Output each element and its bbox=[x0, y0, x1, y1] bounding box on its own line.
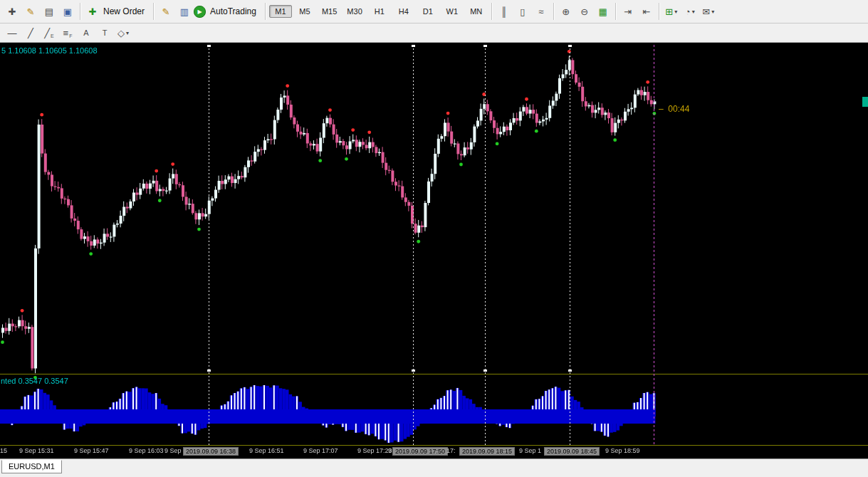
chevron-down-icon: ▾ bbox=[674, 9, 677, 15]
channel-glyph: ╱ bbox=[44, 28, 50, 38]
brush-icon[interactable]: ✎ bbox=[21, 3, 40, 20]
options-icon[interactable]: ▥ bbox=[175, 3, 194, 20]
navigator-icon[interactable]: ▣ bbox=[58, 3, 77, 20]
periods-dropdown[interactable]: ◔ ▾ bbox=[681, 3, 699, 20]
chevron-down-icon: ▾ bbox=[711, 9, 714, 15]
time-axis-label: 15 bbox=[0, 447, 7, 454]
timeframe-button-d1[interactable]: D1 bbox=[417, 5, 439, 18]
fibo-glyph: ≡ bbox=[63, 28, 69, 38]
time-axis-label: 17: bbox=[446, 447, 456, 454]
timeframe-group: M1M5M15M30H1H4D1W1MN bbox=[268, 5, 488, 18]
timeframe-button-w1[interactable]: W1 bbox=[441, 5, 464, 18]
line-chart-icon[interactable]: ≈ bbox=[532, 3, 550, 20]
chevron-down-icon: ▾ bbox=[692, 9, 695, 15]
timeframe-button-h4[interactable]: H4 bbox=[392, 5, 415, 18]
auto-scroll-icon[interactable]: ⇥ bbox=[619, 3, 637, 20]
price-chart-canvas[interactable] bbox=[0, 43, 868, 458]
toolbar-separator bbox=[80, 3, 80, 20]
timeframe-button-h1[interactable]: H1 bbox=[368, 5, 391, 18]
main-toolbar: ✚ ✎ ▤ ▣ ✚ New Order ✎ ▥ ▶ AutoTrading M1… bbox=[0, 0, 868, 23]
tab-eurusd-m1[interactable]: EURUSD,M1 bbox=[1, 460, 62, 473]
shapes-dropdown[interactable]: ◇ ▾ bbox=[114, 24, 132, 41]
autotrading-icon[interactable]: ▶ bbox=[194, 6, 206, 18]
indicators-dropdown[interactable]: ⊞ ▾ bbox=[662, 3, 681, 20]
chart-shift-icon[interactable]: ⇤ bbox=[637, 3, 656, 20]
time-axis[interactable]: 159 Sep 15:319 Sep 15:479 Sep 16:039 Sep… bbox=[0, 445, 868, 458]
candle-countdown: – 00:44 bbox=[659, 104, 689, 114]
channel-sub-label: E bbox=[51, 33, 54, 41]
new-order-icon[interactable]: ✚ bbox=[83, 3, 102, 20]
market-watch-icon[interactable]: ▤ bbox=[40, 3, 58, 20]
timeframe-button-m5[interactable]: M5 bbox=[293, 5, 316, 18]
timeframe-button-m1[interactable]: M1 bbox=[269, 5, 292, 18]
zoom-in-icon[interactable]: ⊕ bbox=[557, 3, 575, 20]
text-tool-icon[interactable]: A bbox=[77, 24, 95, 41]
clock-icon: ◔ bbox=[685, 6, 691, 17]
equidistant-channel-icon[interactable]: ╱ E bbox=[40, 24, 58, 41]
metaeditor-icon[interactable]: ✎ bbox=[157, 3, 175, 20]
ohlc-price-info: 5 1.10608 1.10605 1.10608 bbox=[1, 46, 98, 55]
toolbar-separator bbox=[153, 3, 154, 20]
templates-dropdown[interactable]: ✉ ▾ bbox=[699, 3, 718, 20]
timeframe-button-m30[interactable]: M30 bbox=[343, 5, 366, 18]
toolbar-separator bbox=[265, 3, 266, 20]
fibonacci-icon[interactable]: ≡ F bbox=[58, 24, 77, 41]
time-axis-highlight-label: 2019.09.09 18:45 bbox=[544, 447, 600, 456]
horizontal-line-icon[interactable]: — bbox=[3, 24, 21, 41]
envelope-icon: ✉ bbox=[702, 6, 710, 17]
time-axis-label: 9 Sep 16:03 bbox=[129, 447, 164, 454]
chart-tab-bar: EURUSD,M1 bbox=[0, 458, 868, 477]
zoom-out-icon[interactable]: ⊖ bbox=[575, 3, 594, 20]
timeframe-button-mn[interactable]: MN bbox=[465, 5, 488, 18]
trendline-icon[interactable]: ╱ bbox=[21, 24, 40, 41]
candlestick-chart-icon[interactable]: ▯ bbox=[513, 3, 532, 20]
time-axis-label: 9 Sep 1 bbox=[519, 447, 541, 454]
indicators-icon: ⊞ bbox=[665, 6, 673, 17]
autotrading-button[interactable]: AutoTrading bbox=[210, 6, 256, 16]
shapes-icon: ◇ bbox=[117, 28, 125, 38]
grid-icon[interactable]: ▦ bbox=[594, 3, 612, 20]
toolbar-separator bbox=[659, 3, 659, 20]
time-axis-label: 9 Sep 16:51 bbox=[249, 447, 284, 454]
time-axis-label: 9 Sep 17:23 bbox=[357, 447, 392, 454]
indicator-value-label: nted 0.3547 0.3547 bbox=[1, 377, 68, 385]
time-axis-label: 9 bbox=[388, 447, 392, 454]
time-axis-label: 9 Sep 17:07 bbox=[303, 447, 338, 454]
time-axis-label: 9 Sep 15:47 bbox=[74, 447, 109, 454]
chart-window: 5 1.10608 1.10605 1.10608 – 00:44 nted 0… bbox=[0, 43, 868, 458]
time-axis-highlight-label: 2019.09.09 17:50 bbox=[392, 447, 448, 456]
toolbar-separator bbox=[491, 3, 492, 20]
chevron-down-icon: ▾ bbox=[126, 30, 129, 36]
label-tool-icon[interactable]: T bbox=[95, 24, 114, 41]
crosshair-icon[interactable]: ✚ bbox=[3, 3, 21, 20]
timeframe-button-m15[interactable]: M15 bbox=[318, 5, 341, 18]
fibo-sub-label: F bbox=[69, 33, 72, 41]
new-order-button[interactable]: New Order bbox=[103, 6, 145, 16]
toolbar-separator bbox=[615, 3, 616, 20]
toolbar-separator bbox=[553, 3, 554, 20]
time-axis-highlight-label: 2019.09.09 16:38 bbox=[183, 447, 239, 456]
drawing-toolbar: — ╱ ╱ E ≡ F A T ◇ ▾ bbox=[0, 23, 868, 43]
time-axis-label: 9 Sep 18:59 bbox=[605, 447, 640, 454]
time-axis-highlight-label: 2019.09.09 18:15 bbox=[459, 447, 515, 456]
time-axis-label: 9 Sep 15:31 bbox=[19, 447, 54, 454]
bar-chart-icon[interactable]: ║ bbox=[495, 3, 513, 20]
